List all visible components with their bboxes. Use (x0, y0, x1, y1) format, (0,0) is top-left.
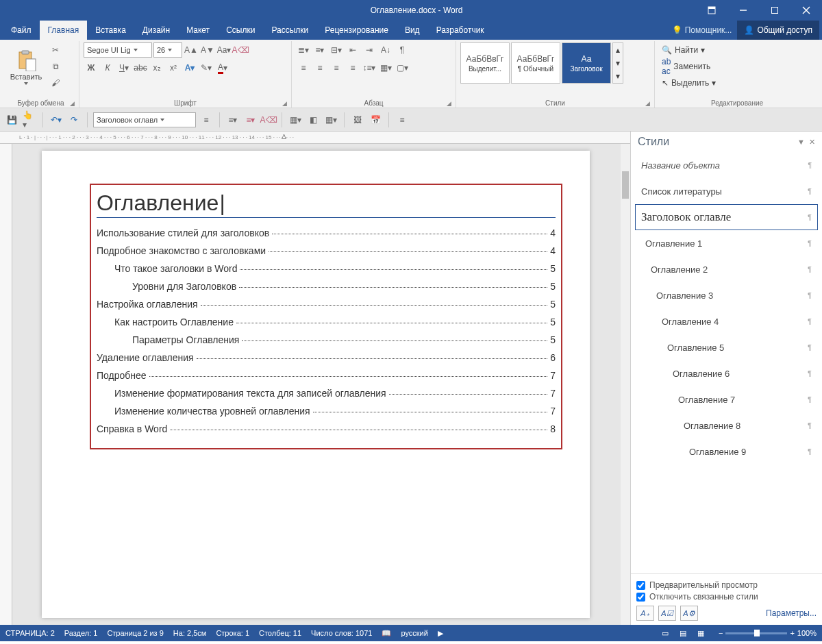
zoom-out-icon[interactable]: − (719, 629, 723, 637)
toc-entry[interactable]: Удаление оглавления6 (97, 352, 556, 363)
status-col[interactable]: Столбец: 11 (259, 629, 301, 637)
clear-format-icon[interactable]: A⌫ (233, 42, 248, 58)
horizontal-ruler[interactable]: L · 1 · | · · · | · · · 1 · · · 2 · · · … (0, 132, 630, 144)
style-item[interactable]: Оглавление 9¶ (635, 438, 818, 465)
toc-entry[interactable]: Подробное знакомство с заголовками4 (97, 245, 556, 256)
page[interactable]: Оглавление Использование стилей для заго… (42, 151, 590, 618)
underline-button[interactable]: Ч▾ (116, 60, 132, 75)
toc-entry[interactable]: Справка в Word8 (97, 423, 556, 434)
select-button[interactable]: ↖Выделить ▾ (659, 75, 719, 90)
launcher-icon[interactable]: ◢ (70, 100, 75, 107)
bold-button[interactable]: Ж (84, 60, 99, 75)
qat-shading-icon[interactable]: ▦▾ (323, 112, 338, 127)
qat-table-icon[interactable]: ▦▾ (288, 112, 303, 127)
qat-eraser-icon[interactable]: ◧ (306, 112, 321, 127)
tab-макет[interactable]: Макет (178, 21, 218, 40)
italic-button[interactable]: К (100, 60, 115, 75)
style-item[interactable]: Оглавление 1¶ (635, 230, 818, 256)
status-page[interactable]: СТРАНИЦА: 2 (5, 629, 55, 637)
tab-ссылки[interactable]: Ссылки (218, 21, 263, 40)
status-words[interactable]: Число слов: 1071 (311, 629, 372, 637)
qat-bullets-icon[interactable]: ≡▾ (225, 112, 240, 127)
undo-icon[interactable]: ↶▾ (49, 112, 64, 127)
status-spell-icon[interactable]: 📖 (382, 629, 391, 638)
shading-icon[interactable]: ▦▾ (378, 60, 393, 75)
toc-entry[interactable]: Изменение форматирования текста для запи… (97, 388, 556, 399)
highlight-icon[interactable]: ✎▾ (199, 60, 214, 75)
vertical-ruler[interactable] (0, 144, 12, 625)
style-item[interactable]: Название объекта¶ (635, 152, 818, 178)
style-item[interactable]: Список литературы¶ (635, 178, 818, 204)
styles-options-link[interactable]: Параметры... (766, 608, 817, 618)
pane-dropdown-icon[interactable]: ▼ (797, 138, 805, 147)
launcher-icon[interactable]: ◢ (447, 100, 451, 107)
style-item[interactable]: Оглавление 4¶ (635, 308, 818, 334)
style-item[interactable]: Оглавление 2¶ (635, 256, 818, 282)
tab-разработчик[interactable]: Разработчик (428, 21, 493, 40)
pane-close-icon[interactable]: ✕ (809, 138, 815, 147)
status-language[interactable]: русский (401, 629, 427, 637)
status-page-of[interactable]: Страница 2 из 9 (107, 629, 163, 637)
qat-image-icon[interactable]: 🖼 (350, 112, 365, 127)
copy-icon[interactable]: ⧉ (48, 59, 63, 74)
multilevel-icon[interactable]: ⊟▾ (329, 42, 344, 58)
cut-icon[interactable]: ✂ (48, 42, 63, 58)
toc-entry[interactable]: Как настроить Оглавление5 (97, 317, 556, 327)
toc-entry[interactable]: Параметры Оглавления5 (97, 334, 556, 345)
vertical-scrollbar[interactable] (621, 144, 630, 625)
maximize-icon[interactable] (759, 0, 790, 21)
font-color-icon[interactable]: A▾ (215, 60, 230, 75)
sort-icon[interactable]: A↓ (378, 42, 393, 58)
align-center-icon[interactable]: ≡ (312, 60, 327, 75)
status-section[interactable]: Раздел: 1 (64, 629, 98, 637)
strike-button[interactable]: abc (133, 60, 148, 75)
numbering-icon[interactable]: ≡▾ (312, 42, 327, 58)
bullets-icon[interactable]: ≣▾ (296, 42, 311, 58)
redo-icon[interactable]: ↷ (66, 112, 82, 127)
web-layout-icon[interactable]: ▦ (693, 627, 709, 639)
launcher-icon[interactable]: ◢ (645, 100, 650, 107)
tab-вид[interactable]: Вид (397, 21, 428, 40)
paste-button[interactable]: Вставить (7, 42, 45, 92)
toc-entry[interactable]: Что такое заголовки в Word5 (97, 263, 556, 274)
grow-font-icon[interactable]: A▲ (184, 42, 199, 58)
line-spacing-icon[interactable]: ↕≡▾ (362, 60, 377, 75)
print-layout-icon[interactable]: ▤ (675, 627, 691, 639)
style-gallery-more[interactable]: ▴▾▾ (612, 42, 623, 84)
style-item[interactable]: Оглавление 6¶ (635, 360, 818, 386)
toc-entry[interactable]: Изменение количества уровней оглавления7 (97, 406, 556, 417)
zoom-level[interactable]: 100% (797, 629, 817, 637)
disable-linked-checkbox[interactable]: Отключить связанные стили (636, 592, 817, 602)
format-painter-icon[interactable]: 🖌 (48, 75, 63, 90)
style-item[interactable]: Заголовок оглавле¶ (635, 204, 818, 230)
qat-date-icon[interactable]: 📅 (368, 112, 383, 127)
status-line[interactable]: Строка: 1 (216, 629, 249, 637)
pilcrow-icon[interactable]: ¶ (395, 42, 410, 58)
zoom-control[interactable]: − + 100% (719, 629, 817, 637)
close-icon[interactable] (790, 0, 822, 21)
share-button[interactable]: 👤 Общий доступ (737, 21, 819, 40)
style-inspector-button[interactable]: A☑ (658, 606, 676, 621)
borders-icon[interactable]: ▢▾ (395, 60, 410, 75)
subscript-button[interactable]: x₂ (149, 60, 164, 75)
zoom-slider[interactable] (725, 632, 787, 634)
style-item[interactable]: Оглавление 3¶ (635, 282, 818, 308)
style-chip[interactable]: АаБбВвГгВыделит... (460, 42, 510, 84)
styles-gallery[interactable]: АаБбВвГгВыделит... АаБбВвГг¶ Обычный АаЗ… (460, 42, 623, 84)
style-chip[interactable]: АаБбВвГг¶ Обычный (511, 42, 560, 84)
launcher-icon[interactable]: ◢ (282, 100, 287, 107)
style-item[interactable]: Оглавление 7¶ (635, 386, 818, 412)
new-style-button[interactable]: A₊ (636, 606, 654, 621)
align-right-icon[interactable]: ≡ (329, 60, 344, 75)
tab-дизайн[interactable]: Дизайн (134, 21, 178, 40)
decrease-indent-icon[interactable]: ⇤ (345, 42, 360, 58)
style-chip[interactable]: АаЗаголовок (562, 42, 611, 84)
tab-рассылки[interactable]: Рассылки (263, 21, 316, 40)
manage-styles-button[interactable]: A⚙ (680, 606, 698, 621)
style-select[interactable]: Заголовок оглавл (93, 112, 196, 127)
preview-checkbox[interactable]: Предварительный просмотр (636, 580, 817, 590)
tell-me[interactable]: 💡 Помощник... (667, 21, 738, 40)
tab-главная[interactable]: Главная (40, 21, 88, 40)
qat-more-icon[interactable]: ≡ (395, 112, 410, 127)
tab-рецензирование[interactable]: Рецензирование (316, 21, 397, 40)
